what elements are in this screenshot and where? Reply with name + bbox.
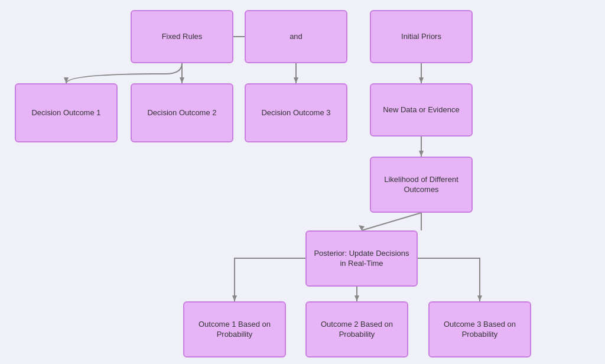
node-and-label: and bbox=[290, 32, 302, 42]
node-new-data-label: New Data or Evidence bbox=[383, 105, 459, 115]
diagram: Fixed Rules and Initial Priors Decision … bbox=[0, 0, 605, 364]
node-outcome3-prob-label: Outcome 3 Based on Probability bbox=[434, 320, 525, 340]
node-and: and bbox=[245, 10, 347, 63]
svg-marker-14 bbox=[354, 295, 359, 301]
node-fixed-rules: Fixed Rules bbox=[131, 10, 233, 63]
node-initial-priors-label: Initial Priors bbox=[401, 32, 441, 42]
node-decision-outcome-3: Decision Outcome 3 bbox=[245, 83, 347, 142]
node-outcome3-prob: Outcome 3 Based on Probability bbox=[428, 301, 531, 358]
svg-marker-0 bbox=[64, 77, 69, 83]
node-outcome1-prob: Outcome 1 Based on Probability bbox=[183, 301, 286, 358]
node-outcome1-prob-label: Outcome 1 Based on Probability bbox=[189, 320, 280, 340]
node-decision-outcome-3-label: Decision Outcome 3 bbox=[261, 108, 330, 118]
svg-marker-4 bbox=[294, 77, 298, 83]
svg-marker-15 bbox=[232, 295, 237, 301]
node-posterior: Posterior: Update Decisions in Real-Time bbox=[305, 230, 418, 287]
node-new-data: New Data or Evidence bbox=[370, 83, 473, 136]
node-posterior-label: Posterior: Update Decisions in Real-Time bbox=[311, 249, 412, 269]
node-fixed-rules-label: Fixed Rules bbox=[162, 32, 203, 42]
svg-marker-9 bbox=[419, 151, 424, 157]
svg-marker-12 bbox=[359, 225, 365, 230]
svg-marker-16 bbox=[477, 295, 482, 301]
node-decision-outcome-2: Decision Outcome 2 bbox=[131, 83, 233, 142]
node-outcome2-prob: Outcome 2 Based on Probability bbox=[305, 301, 408, 358]
node-outcome2-prob-label: Outcome 2 Based on Probability bbox=[311, 320, 402, 340]
svg-marker-7 bbox=[419, 77, 424, 83]
svg-marker-2 bbox=[180, 77, 184, 83]
node-decision-outcome-1-label: Decision Outcome 1 bbox=[31, 108, 100, 118]
node-initial-priors: Initial Priors bbox=[370, 10, 473, 63]
svg-line-11 bbox=[362, 213, 421, 230]
node-likelihood: Likelihood of Different Outcomes bbox=[370, 157, 473, 213]
node-likelihood-label: Likelihood of Different Outcomes bbox=[376, 175, 467, 195]
node-decision-outcome-1: Decision Outcome 1 bbox=[15, 83, 118, 142]
node-decision-outcome-2-label: Decision Outcome 2 bbox=[147, 108, 216, 118]
